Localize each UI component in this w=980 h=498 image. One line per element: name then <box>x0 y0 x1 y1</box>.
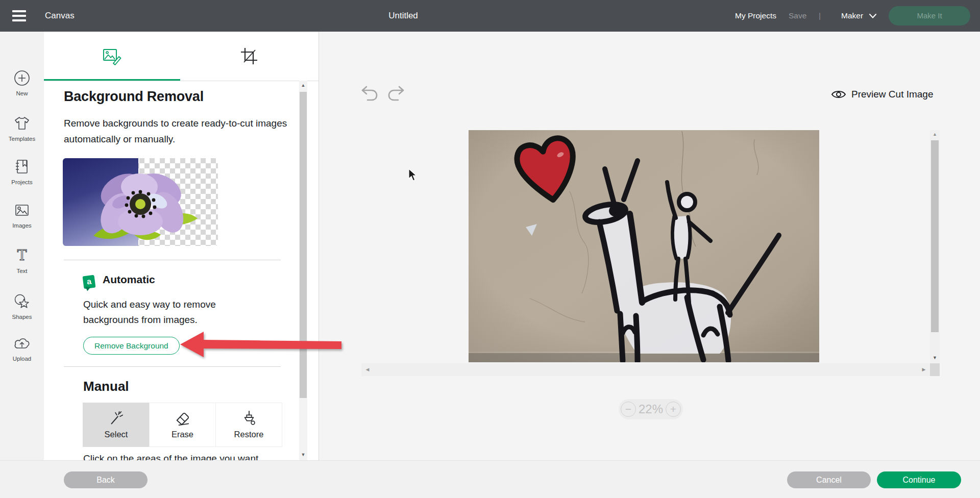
cricut-access-a-badge: a <box>83 275 96 289</box>
canvas-horizontal-scrollbar[interactable]: ◀ ▶ <box>361 363 930 376</box>
automatic-section-title: Automatic <box>103 273 155 286</box>
zoom-control: − 22% + <box>619 399 683 419</box>
sidebar-item-images[interactable]: Images <box>0 202 44 229</box>
uploaded-graffiti-image[interactable] <box>469 130 819 362</box>
cancel-button[interactable]: Cancel <box>787 471 871 488</box>
photo-icon <box>13 202 31 220</box>
circle-star-icon <box>13 293 31 311</box>
sidebar-label: Upload <box>0 356 44 362</box>
footer-bar: Back Cancel Continue <box>0 460 980 498</box>
section-divider <box>64 366 281 367</box>
scrollbar-thumb[interactable] <box>931 140 939 332</box>
sidebar-item-templates[interactable]: Templates <box>0 115 44 142</box>
manual-tools-row: Select Erase Restore <box>83 403 282 446</box>
hamburger-icon[interactable] <box>12 10 26 21</box>
sidebar-label: Templates <box>0 136 44 142</box>
magic-wand-icon <box>108 410 125 427</box>
tool-label: Restore <box>234 430 264 439</box>
svg-text:T: T <box>17 247 27 264</box>
preview-cut-image-label: Preview Cut Image <box>851 89 934 100</box>
redo-button[interactable] <box>387 85 405 104</box>
manual-hint-text: Click on the areas of the image you want <box>83 453 308 460</box>
scrollbar-corner <box>930 363 940 376</box>
panel-title: Background Removal <box>64 89 204 105</box>
zoom-in-button[interactable]: + <box>666 402 681 417</box>
automatic-section-description: Quick and easy way to remove backgrounds… <box>83 297 254 328</box>
tab-crop[interactable] <box>181 32 317 81</box>
remove-background-button[interactable]: Remove Background <box>83 337 180 355</box>
sidebar-item-projects[interactable]: Projects <box>0 158 44 185</box>
plus-circle-icon <box>13 69 31 88</box>
topbar-divider: | <box>819 0 821 32</box>
tool-restore[interactable]: Restore <box>215 403 282 447</box>
crop-icon <box>240 47 258 65</box>
eraser-icon <box>175 410 191 427</box>
undo-button[interactable] <box>360 85 379 104</box>
save-button[interactable]: Save <box>789 0 806 32</box>
manual-section-title: Manual <box>83 379 129 394</box>
sidebar: New Templates Projects Images T Text Sha… <box>0 32 44 460</box>
scroll-down-icon[interactable]: ▼ <box>299 452 307 457</box>
sidebar-label: Shapes <box>0 314 44 320</box>
cloud-upload-icon <box>13 336 31 354</box>
image-edit-icon <box>102 47 122 65</box>
undo-arrow-icon <box>360 85 379 102</box>
background-removal-preview-thumbnail <box>63 158 218 246</box>
eye-icon <box>831 89 846 100</box>
scroll-right-icon[interactable]: ▶ <box>920 367 927 372</box>
sidebar-label: Images <box>0 222 44 229</box>
sidebar-item-text[interactable]: T Text <box>0 247 44 274</box>
mouse-cursor <box>408 168 420 182</box>
sidebar-label: Text <box>0 268 44 274</box>
scroll-up-icon[interactable]: ▲ <box>299 83 307 88</box>
panel-description: Remove backgrounds to create ready-to-cu… <box>64 115 299 147</box>
panel-tab-bar <box>44 32 318 81</box>
chevron-down-icon[interactable] <box>869 14 876 18</box>
flower-illustration <box>63 158 218 246</box>
active-tab-underline <box>44 79 180 81</box>
zoom-level-value: 22% <box>636 399 666 419</box>
section-divider <box>64 260 281 260</box>
panel-scrollbar[interactable]: ▲ ▼ <box>299 81 307 460</box>
machine-selector[interactable]: Maker <box>841 0 863 32</box>
scroll-down-icon[interactable]: ▼ <box>930 355 940 360</box>
sidebar-label: New <box>0 90 44 96</box>
sidebar-label: Projects <box>0 179 44 185</box>
scroll-up-icon[interactable]: ▲ <box>930 132 940 137</box>
preview-cut-image-button[interactable]: Preview Cut Image <box>831 89 934 100</box>
paintbrush-icon <box>241 410 257 427</box>
background-removal-panel: Background Removal Remove backgrounds to… <box>44 32 319 460</box>
redo-arrow-icon <box>387 85 405 102</box>
scroll-left-icon[interactable]: ◀ <box>364 367 371 372</box>
tshirt-icon <box>13 115 31 133</box>
notebook-bookmark-icon <box>13 158 31 177</box>
my-projects-link[interactable]: My Projects <box>735 0 776 32</box>
app-window: Canvas Untitled My Projects Save | Maker… <box>0 0 980 498</box>
continue-button[interactable]: Continue <box>877 471 961 488</box>
zoom-out-button[interactable]: − <box>621 402 636 417</box>
letter-t-icon: T <box>13 247 31 265</box>
tool-select[interactable]: Select <box>83 403 150 447</box>
tool-label: Erase <box>172 430 193 439</box>
back-button[interactable]: Back <box>64 471 148 488</box>
sidebar-item-shapes[interactable]: Shapes <box>0 293 44 320</box>
app-title: Canvas <box>45 0 75 32</box>
sidebar-item-upload[interactable]: Upload <box>0 336 44 362</box>
tool-erase[interactable]: Erase <box>149 403 216 447</box>
red-arrow-pointing-left <box>179 330 344 359</box>
tab-image-edit[interactable] <box>44 32 181 81</box>
sidebar-item-new[interactable]: New <box>0 69 44 96</box>
document-title[interactable]: Untitled <box>368 0 439 32</box>
make-it-button[interactable]: Make It <box>889 6 970 26</box>
canvas-vertical-scrollbar[interactable]: ▲ ▼ <box>930 130 940 363</box>
tool-label: Select <box>105 430 128 439</box>
top-bar: Canvas Untitled My Projects Save | Maker… <box>0 0 980 32</box>
